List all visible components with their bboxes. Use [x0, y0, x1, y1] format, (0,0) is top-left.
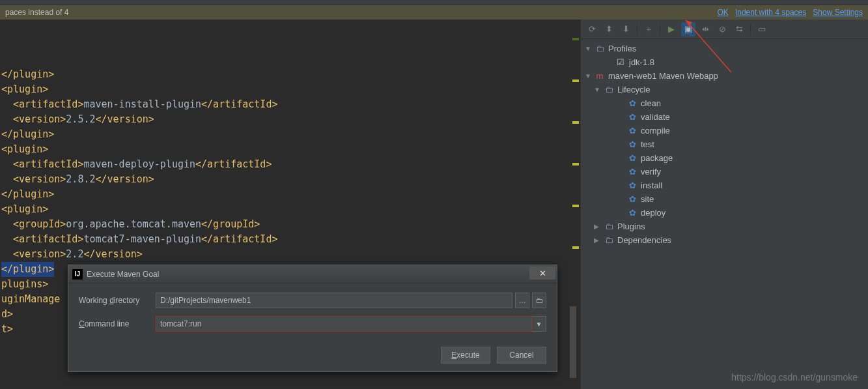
folder-icon: 🗀	[603, 235, 615, 246]
lifecycle-item-label: test	[641, 139, 654, 149]
plugins-node[interactable]: ▶ 🗀 Plugins	[581, 220, 868, 233]
gear-icon: ✿	[626, 153, 638, 164]
command-line-label: Command line	[79, 319, 156, 328]
lifecycle-item-label: site	[641, 194, 654, 204]
run-icon[interactable]: ▶	[664, 22, 679, 36]
dialog-titlebar[interactable]: IJ Execute Maven Goal ✕	[68, 265, 557, 283]
tabs-bar	[0, 0, 868, 5]
lifecycle-item-label: clean	[641, 98, 661, 108]
project-label: maven-web1 Maven Webapp	[608, 71, 718, 81]
editor-scrollbar[interactable]	[570, 306, 576, 378]
browse-button[interactable]: …	[515, 293, 529, 308]
lifecycle-item-deploy[interactable]: ✿deploy	[581, 206, 868, 220]
execute-button[interactable]: Execute	[441, 347, 490, 364]
link-ok[interactable]: OK	[718, 8, 729, 17]
reimport-icon[interactable]: ⟳	[585, 22, 599, 36]
cancel-button[interactable]: Cancel	[497, 347, 546, 364]
working-dir-field[interactable]	[156, 293, 512, 308]
gear-icon: ✿	[626, 139, 638, 150]
dialog-button-row: Execute Cancel	[441, 347, 546, 364]
maven-icon: m	[594, 71, 606, 81]
lifecycle-item-label: compile	[641, 126, 670, 136]
notification-links: OK Indent with 4 spaces Show Settings	[718, 8, 863, 17]
link-indent[interactable]: Indent with 4 spaces	[735, 8, 806, 17]
gear-icon: ✿	[626, 194, 638, 205]
gutter-marks	[572, 38, 580, 249]
project-node[interactable]: ▼ m maven-web1 Maven Webapp	[581, 69, 868, 83]
lifecycle-item-package[interactable]: ✿package	[581, 151, 868, 165]
lifecycle-node[interactable]: ▼ 🗀 Lifecycle	[581, 83, 868, 96]
gear-icon: ✿	[626, 167, 638, 177]
generate-sources-icon[interactable]: ⬍	[602, 22, 616, 36]
lifecycle-item-label: deploy	[641, 208, 665, 218]
gear-icon: ✿	[626, 180, 638, 191]
add-icon[interactable]: ＋	[641, 22, 656, 36]
lifecycle-item-clean[interactable]: ✿clean	[581, 96, 868, 110]
execute-maven-goal-dialog: IJ Execute Maven Goal ✕ Working director…	[68, 265, 557, 372]
working-dir-row: Working directory … 🗀	[79, 293, 546, 308]
lifecycle-item-test[interactable]: ✿test	[581, 137, 868, 151]
lifecycle-item-label: verify	[641, 167, 661, 177]
folder-icon: 🗀	[603, 85, 615, 95]
toggle-offline-icon[interactable]: ⇹	[698, 22, 712, 36]
lifecycle-item-validate[interactable]: ✿validate	[581, 110, 868, 124]
folder-icon: 🗀	[594, 44, 606, 54]
gear-icon: ✿	[626, 98, 638, 109]
gear-icon: ✿	[626, 126, 638, 136]
maven-tool-window: ⟳ ⬍ ⬇ ＋ ▶ ▣ ⇹ ⊘ ⇆ ▭ ▼ 🗀 Profiles ☑ jdk-1…	[580, 20, 868, 389]
gear-icon: ✿	[626, 208, 638, 218]
working-dir-label: Working directory	[79, 296, 156, 305]
deps-label: Dependencies	[617, 235, 671, 245]
close-icon[interactable]: ✕	[529, 267, 555, 280]
lifecycle-item-site[interactable]: ✿site	[581, 192, 868, 206]
folder-picker-icon[interactable]: 🗀	[532, 293, 546, 308]
skip-tests-icon[interactable]: ⊘	[715, 22, 729, 36]
dialog-title: Execute Maven Goal	[87, 270, 159, 279]
dialog-body: Working directory … 🗀 Command line ▼	[68, 283, 557, 349]
watermark: https://blog.csdn.net/gunsmoke	[731, 372, 858, 382]
lifecycle-label: Lifecycle	[617, 85, 651, 94]
command-line-field[interactable]	[156, 316, 532, 332]
notification-hint: paces instead of 4	[5, 8, 68, 17]
command-line-dropdown-icon[interactable]: ▼	[532, 316, 546, 332]
dependencies-node[interactable]: ▶ 🗀 Dependencies	[581, 233, 868, 247]
lifecycle-item-compile[interactable]: ✿compile	[581, 124, 868, 137]
profile-jdk-label: jdk-1.8	[629, 57, 654, 67]
folder-icon: 🗀	[603, 222, 615, 232]
profiles-label: Profiles	[608, 44, 636, 53]
checkbox-icon[interactable]: ☑	[615, 57, 626, 68]
command-line-row: Command line ▼	[79, 316, 546, 332]
execute-maven-goal-icon[interactable]: ▣	[681, 22, 695, 36]
lifecycle-item-install[interactable]: ✿install	[581, 179, 868, 192]
link-show-settings[interactable]: Show Settings	[813, 8, 863, 17]
lifecycle-item-label: validate	[641, 112, 670, 122]
profiles-node[interactable]: ▼ 🗀 Profiles	[581, 42, 868, 55]
lifecycle-item-label: package	[641, 153, 673, 163]
maven-tree: ▼ 🗀 Profiles ☑ jdk-1.8 ▼ m maven-web1 Ma…	[581, 39, 868, 250]
show-deps-icon[interactable]: ⇆	[732, 22, 746, 36]
maven-toolbar: ⟳ ⬍ ⬇ ＋ ▶ ▣ ⇹ ⊘ ⇆ ▭	[581, 20, 868, 39]
intellij-logo-icon: IJ	[72, 269, 83, 280]
plugins-label: Plugins	[617, 222, 645, 231]
profile-jdk[interactable]: ☑ jdk-1.8	[581, 55, 868, 69]
notification-bar: paces instead of 4 OK Indent with 4 spac…	[0, 5, 868, 20]
download-icon[interactable]: ⬇	[619, 22, 633, 36]
lifecycle-item-verify[interactable]: ✿verify	[581, 165, 868, 179]
gear-icon: ✿	[626, 112, 638, 122]
settings-icon[interactable]: ▭	[755, 22, 769, 36]
lifecycle-item-label: install	[641, 180, 662, 190]
